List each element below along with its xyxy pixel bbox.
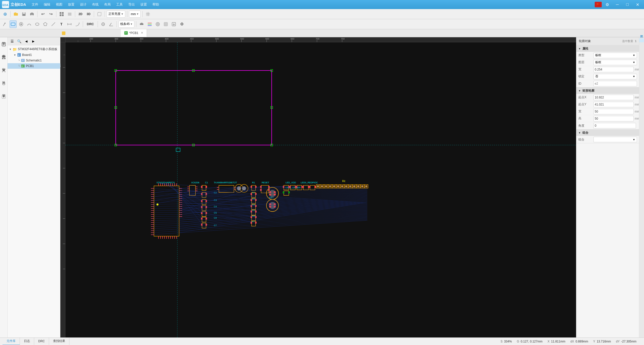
polygon-button[interactable] [42, 20, 49, 28]
svg-rect-66 [3, 82, 5, 85]
menu-edit[interactable]: 编辑 [41, 1, 53, 8]
tree-item-board1[interactable]: ▼ B Board1 [8, 52, 60, 58]
grid-show-button[interactable] [144, 10, 151, 18]
dx-coord: dX 0.889mm [570, 340, 588, 343]
menu-export[interactable]: 导出 [126, 1, 137, 8]
layer-color-button[interactable] [138, 20, 145, 28]
properties-arrow: ▼ [578, 47, 581, 50]
statusbar-tab-log[interactable]: 日志 [20, 338, 34, 345]
svg-text:100: 100 [60, 63, 61, 67]
drc-button[interactable]: DRC [85, 20, 96, 28]
statusbar-tab-search[interactable]: 查找结果 [49, 338, 69, 345]
sidebar-component-btn[interactable]: 元件 [1, 78, 7, 90]
settings-icon-btn[interactable]: ⚙ [603, 1, 612, 8]
scale-value: 334% [504, 340, 512, 343]
fab-button[interactable] [154, 20, 161, 28]
type-dropdown[interactable]: 板框 ▼ [593, 53, 637, 58]
tree-item-root[interactable]: ▼ 📁 STM32F446RET6最小系统板 [8, 46, 60, 52]
3d-view-button[interactable]: 3D [85, 10, 92, 18]
export-fab-button[interactable] [170, 20, 177, 28]
next-button[interactable]: ▶ [30, 38, 36, 44]
svg-rect-40 [141, 23, 143, 23]
sidebar-object-btn[interactable]: 对象 [1, 91, 7, 103]
save-button[interactable] [20, 10, 27, 18]
svg-rect-18 [98, 12, 101, 16]
component-grid-button[interactable] [58, 10, 65, 18]
menu-design[interactable]: 设计 [77, 1, 89, 8]
trace-width-dropdown[interactable]: 线条45 ▼ [118, 21, 134, 28]
angle-input[interactable] [593, 123, 636, 128]
tab-close-button[interactable]: ✕ [141, 31, 143, 34]
menu-file[interactable]: 文件 [29, 1, 41, 8]
dimension-button[interactable] [66, 20, 73, 28]
start-x-input[interactable] [593, 95, 634, 100]
menu-tools[interactable]: 工具 [114, 1, 125, 8]
lock-dropdown[interactable]: 否 ▼ [593, 74, 637, 79]
new-file-button[interactable]: ⊕ [2, 10, 9, 18]
maximize-button[interactable]: □ [623, 1, 632, 8]
menu-view[interactable]: 视图 [53, 1, 65, 8]
svg-rect-10 [31, 15, 33, 16]
statusbar-tab-drc[interactable]: DRC [34, 338, 49, 345]
route-highlight-button[interactable] [10, 20, 17, 28]
group-dropdown[interactable]: ▼ [593, 137, 637, 142]
sep-t1 [83, 21, 83, 27]
prev-button[interactable]: ◀ [23, 38, 29, 44]
pcb-canvas[interactable]: STM32F446RET6 XC6206 C1 TAXM8M4RF5S8ET2T… [65, 42, 576, 337]
rect-width-input[interactable] [593, 109, 634, 114]
redo-button[interactable]: ↪ [47, 10, 54, 18]
menu-place[interactable]: 放置 [65, 1, 77, 8]
search-button[interactable]: 🔍 [16, 38, 22, 44]
close-button[interactable]: ✕ [633, 1, 642, 8]
route-single-button[interactable] [2, 20, 9, 28]
via-button[interactable] [18, 20, 25, 28]
tab-pcb1-label: *PCB1 [129, 31, 138, 35]
properties-section-header[interactable]: ▼ 属性 [576, 45, 639, 52]
start-y-input[interactable] [593, 102, 634, 107]
menu-settings[interactable]: 设置 [138, 1, 149, 8]
open-file-button[interactable] [12, 10, 19, 18]
svg-text:LED0_REDPIOC: LED0_REDPIOC [301, 181, 318, 184]
layer-dropdown[interactable]: 板框 ▼ [593, 60, 637, 65]
properties-title: 属性 [582, 47, 588, 51]
tree-item-schematic1[interactable]: └ Schematic1 [8, 58, 60, 63]
brightness-dropdown[interactable]: 正常亮度 ▼ [107, 11, 125, 18]
undo-button[interactable]: ↩ [39, 10, 46, 18]
rect-section-header[interactable]: ▼ 矩形轮廓 [576, 87, 639, 94]
2d-view-button[interactable]: 2D [77, 10, 84, 18]
filter-tab[interactable]: 过滤 [639, 38, 644, 42]
id-input[interactable] [593, 81, 637, 86]
arc2-button[interactable] [74, 20, 81, 28]
ellipse-button[interactable] [34, 20, 41, 28]
settings-pcb-button[interactable]: ⚙ [178, 20, 185, 28]
layers-button[interactable] [66, 10, 73, 18]
copper-pour-button[interactable] [162, 20, 169, 28]
select-tool-button[interactable] [96, 10, 103, 18]
width-input[interactable] [593, 67, 634, 72]
height-input[interactable] [593, 116, 634, 121]
group-section-header[interactable]: ▼ 组合 [576, 129, 639, 136]
pcb-canvas-area[interactable]: // Ruler ticks drawn via SVG 250 300 350… [60, 37, 576, 337]
schematic-icon [21, 58, 25, 62]
menu-route[interactable]: 布线 [90, 1, 101, 8]
filter-button[interactable]: ☰ [9, 38, 15, 44]
angle-button[interactable] [108, 20, 115, 28]
sidebar-project-btn[interactable]: 元件 [1, 38, 7, 51]
minimize-button[interactable]: ─ [613, 1, 622, 8]
arc-button[interactable] [26, 20, 33, 28]
text-button[interactable]: T [58, 20, 65, 28]
menu-help[interactable]: 帮助 [150, 1, 162, 8]
tab-pcb1[interactable]: P *PCB1 ✕ [121, 29, 147, 37]
svg-text:R1: R1 [252, 181, 255, 184]
snap-button[interactable] [100, 20, 107, 28]
svg-rect-231 [201, 200, 203, 202]
statusbar-tab-components[interactable]: 元件库 [3, 338, 20, 345]
print-button[interactable] [28, 10, 35, 18]
tree-item-pcb1[interactable]: └ P PCB1 [8, 63, 60, 69]
layer-mgr-button[interactable] [146, 20, 153, 28]
sidebar-common-btn[interactable]: 常用库 [1, 51, 7, 64]
unit-dropdown[interactable]: mm ▼ [129, 11, 141, 18]
menu-layout[interactable]: 布局 [102, 1, 113, 8]
sidebar-net-btn[interactable]: 网络 [1, 64, 7, 77]
line-button[interactable] [50, 20, 57, 28]
